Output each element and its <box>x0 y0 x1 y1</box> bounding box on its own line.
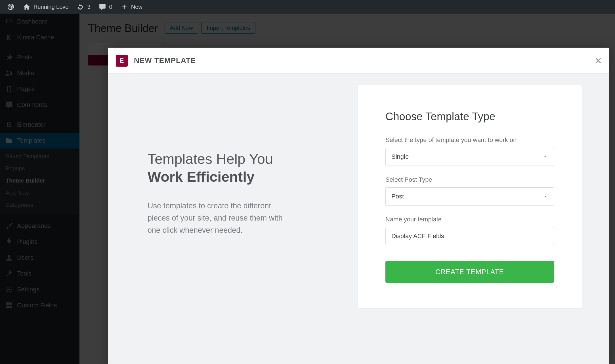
template-name-input[interactable] <box>391 232 548 240</box>
post-type-select[interactable]: Post <box>385 187 554 206</box>
field-post-type: Select Post Type Post <box>385 176 554 206</box>
promo-heading: Templates Help You Work Efficiently <box>148 150 346 186</box>
elementor-logo: E <box>116 55 128 67</box>
comments-count: 0 <box>109 4 112 10</box>
admin-bar: Running Love 3 0 New <box>0 0 615 14</box>
updates-link[interactable]: 3 <box>72 0 94 14</box>
close-icon <box>594 57 602 65</box>
new-content-link[interactable]: New <box>116 0 146 14</box>
comments-link[interactable]: 0 <box>95 0 116 14</box>
promo-line1: Templates Help You <box>148 151 273 167</box>
select-value: Post <box>391 193 404 200</box>
form-heading: Choose Template Type <box>385 111 554 123</box>
promo-panel: Templates Help You Work Efficiently Use … <box>148 85 346 364</box>
post-type-label: Select Post Type <box>385 176 554 183</box>
field-template-name: Name your template <box>385 216 554 245</box>
new-template-modal: E NEW TEMPLATE Templates Help You Work E… <box>108 48 609 364</box>
refresh-icon <box>76 3 84 11</box>
modal-title: NEW TEMPLATE <box>134 56 196 65</box>
wp-logo-button[interactable] <box>3 0 19 14</box>
template-name-input-wrap <box>385 227 554 245</box>
site-home-link[interactable]: Running Love <box>19 0 72 14</box>
site-name: Running Love <box>33 4 68 10</box>
updates-count: 3 <box>87 4 90 10</box>
plus-icon <box>120 3 128 11</box>
template-type-select[interactable]: Single <box>385 148 554 166</box>
chevron-down-icon <box>543 154 548 159</box>
chevron-down-icon <box>543 194 548 199</box>
promo-description: Use templates to create the different pi… <box>148 200 295 237</box>
comment-icon <box>98 3 106 11</box>
modal-body: Templates Help You Work Efficiently Use … <box>108 74 609 364</box>
promo-line2: Work Efficiently <box>148 169 255 185</box>
create-template-button[interactable]: CREATE TEMPLATE <box>385 261 554 283</box>
new-label: New <box>131 4 142 10</box>
field-template-type: Select the type of template you want to … <box>385 136 554 166</box>
modal-header: E NEW TEMPLATE <box>108 48 609 74</box>
wordpress-icon <box>7 3 15 11</box>
close-button[interactable] <box>587 53 603 69</box>
template-type-label: Select the type of template you want to … <box>385 136 554 144</box>
home-icon <box>23 3 31 11</box>
button-label: CREATE TEMPLATE <box>435 268 504 276</box>
select-value: Single <box>391 153 409 160</box>
template-name-label: Name your template <box>385 216 554 223</box>
template-form: Choose Template Type Select the type of … <box>358 85 582 308</box>
